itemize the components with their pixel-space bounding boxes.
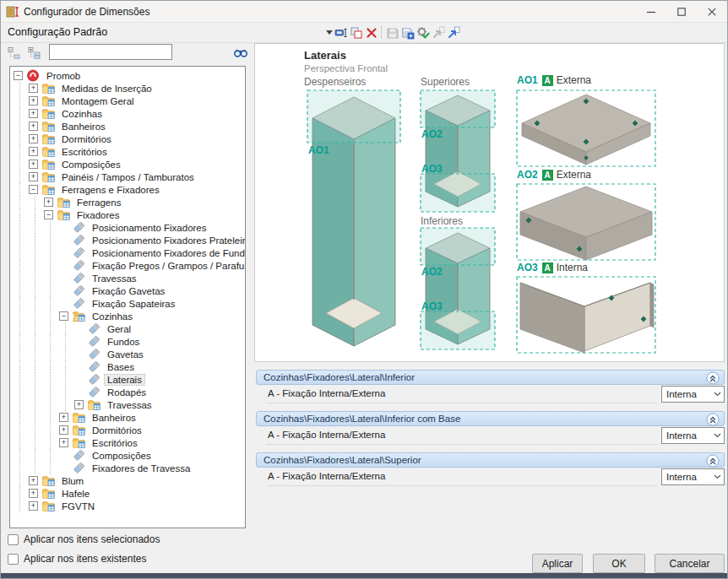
- search-binoculars-icon[interactable]: [233, 45, 248, 60]
- expand-icon[interactable]: +: [29, 489, 38, 498]
- tree-item-fixadores-de-travessa[interactable]: Fixadores de Travessa: [13, 462, 245, 474]
- collapse-icon[interactable]: −: [29, 185, 38, 194]
- expand-icon[interactable]: +: [29, 172, 38, 181]
- fixacao-select[interactable]: Interna: [661, 386, 725, 403]
- tree-item-cozinhas[interactable]: +Cozinhas: [13, 107, 245, 120]
- tree-item-blum[interactable]: +Blum: [13, 474, 245, 487]
- zone-label: AO3: [421, 163, 443, 175]
- tree-item-fixa-o-gavetas[interactable]: Fixação Gavetas: [13, 284, 245, 297]
- save-database-button[interactable]: [400, 25, 415, 40]
- expand-icon[interactable]: +: [29, 476, 38, 485]
- expand-icon[interactable]: +: [29, 147, 38, 156]
- param-group-lateral-superior: Cozinhas\Fixadores\Lateral\Superior A - …: [256, 452, 725, 488]
- expand-icon[interactable]: +: [74, 400, 84, 409]
- row-underline: [266, 444, 657, 445]
- group-header[interactable]: Cozinhas\Fixadores\Lateral\Inferior: [256, 370, 725, 385]
- tree-item-ferragens-e-fixadores[interactable]: −Ferragens e Fixadores: [13, 183, 245, 196]
- expand-icon[interactable]: +: [29, 109, 38, 118]
- tree-item-pain-is-tampos-tamburatos[interactable]: +Painéis / Tampos / Tamburatos: [13, 170, 245, 183]
- tree-item-bases[interactable]: Bases: [13, 360, 245, 373]
- expand-icon[interactable]: +: [59, 413, 68, 422]
- group-header[interactable]: Cozinhas\Fixadores\Lateral\Inferior com …: [256, 411, 725, 426]
- tree-item-ferragens[interactable]: +Ferragens: [13, 196, 245, 208]
- expand-all-button[interactable]: [26, 45, 41, 60]
- apply-selected-checkbox[interactable]: Aplicar nos itens selecionados: [8, 533, 160, 546]
- tree-item-label: FGVTN: [59, 501, 97, 511]
- tree-item-gavetas[interactable]: Gavetas: [13, 348, 245, 360]
- config-profile-combo[interactable]: Configuração Padrão: [8, 26, 107, 38]
- tree-indent-guide: [43, 348, 58, 360]
- tree-indent-guide: [13, 474, 28, 487]
- tree-search-input[interactable]: [49, 44, 172, 60]
- tree-item-escrit-rios[interactable]: +Escritórios: [13, 145, 245, 158]
- tree-item-rodap-s[interactable]: Rodapés: [13, 386, 245, 398]
- tree-item-travessas[interactable]: Travessas: [13, 272, 245, 284]
- tree-item-fixadores[interactable]: −Fixadores: [13, 208, 245, 221]
- tree-item-dormit-rios[interactable]: +Dormitórios: [13, 133, 245, 145]
- expand-icon[interactable]: +: [29, 96, 38, 106]
- group-header[interactable]: Cozinhas\Fixadores\Lateral\Superior: [256, 452, 725, 468]
- maximize-button[interactable]: [666, 1, 697, 22]
- expand-icon[interactable]: +: [59, 438, 68, 447]
- expand-icon[interactable]: +: [29, 122, 38, 131]
- cancel-button[interactable]: Cancelar: [655, 554, 725, 573]
- tree-item-posicionamento-fixadores-prateleiras[interactable]: Posicionamento Fixadores Prateleiras: [13, 234, 245, 246]
- close-button[interactable]: [697, 1, 727, 22]
- save-button[interactable]: [385, 25, 399, 40]
- apply-existing-checkbox[interactable]: Aplicar nos itens existentes: [8, 552, 146, 565]
- collapse-icon[interactable]: −: [44, 210, 53, 219]
- tree-item-fixa-o-sapateiras[interactable]: Fixação Sapateiras: [13, 297, 245, 310]
- tree-item-posicionamento-fixadores-de-fundo[interactable]: Posicionamento Fixadores de Fundo: [13, 246, 245, 259]
- expand-icon[interactable]: +: [44, 198, 53, 207]
- maximize-icon: [677, 8, 686, 16]
- expand-icon[interactable]: +: [29, 160, 38, 169]
- tree-item-geral[interactable]: Geral: [13, 322, 245, 335]
- collapse-group-icon[interactable]: [706, 413, 720, 426]
- collapse-group-icon[interactable]: [706, 454, 720, 468]
- checkbox-box[interactable]: [8, 534, 19, 545]
- tree-indent-guide: [13, 107, 28, 120]
- tree-item-composi-es[interactable]: +Composições: [13, 158, 245, 170]
- tree-item-promob[interactable]: −Promob: [13, 69, 245, 82]
- tree-item-dormit-rios[interactable]: +Dormitórios: [13, 424, 245, 436]
- collapse-all-button[interactable]: [6, 45, 21, 60]
- tree-item-fundos[interactable]: Fundos: [13, 335, 245, 348]
- expand-icon[interactable]: +: [29, 501, 38, 511]
- combo-dropdown-caret[interactable]: [326, 30, 333, 35]
- rename-config-button[interactable]: [334, 25, 348, 40]
- import-config-button[interactable]: [431, 25, 445, 40]
- collapse-icon[interactable]: −: [59, 311, 68, 321]
- collapse-group-icon[interactable]: [706, 371, 720, 385]
- detail-label-ao1: AO1 A Externa: [517, 74, 591, 86]
- tree-item-medidas-de-inser-o[interactable]: +Medidas de Inserção: [13, 82, 245, 95]
- tree-item-banheiros[interactable]: +Banheiros: [13, 411, 245, 424]
- collapse-icon[interactable]: −: [14, 71, 23, 80]
- delete-config-button[interactable]: [364, 25, 378, 40]
- fixacao-select[interactable]: Interna: [661, 468, 725, 485]
- fixacao-select[interactable]: Interna: [661, 427, 725, 444]
- duplicate-config-button[interactable]: [349, 25, 363, 40]
- ok-button[interactable]: OK: [593, 554, 645, 573]
- tree-item-laterais[interactable]: Laterais: [13, 373, 245, 386]
- apply-config-button[interactable]: [416, 25, 430, 40]
- tree-item-escrit-rios[interactable]: +Escritórios: [13, 436, 245, 449]
- tree-item-composi-es[interactable]: Composições: [13, 449, 245, 462]
- tree-item-montagem-geral[interactable]: +Montagem Geral: [13, 95, 245, 107]
- expand-icon[interactable]: +: [29, 134, 38, 143]
- tree-item-fgvtn[interactable]: +FGVTN: [13, 500, 245, 512]
- config-toolbar: Configuração Padrão: [1, 23, 727, 43]
- zone-label: AO3: [421, 300, 443, 312]
- tree-item-banheiros[interactable]: +Banheiros: [13, 120, 245, 133]
- tree-item-fixa-o-pregos-grampos-parafusos[interactable]: Fixação Pregos / Grampos / Parafusos: [13, 259, 245, 272]
- tree-item-posicionamento-fixadores[interactable]: Posicionamento Fixadores: [13, 221, 245, 234]
- tree-item-cozinhas[interactable]: −Cozinhas: [13, 310, 245, 322]
- tree-leaf-stub: [74, 337, 84, 346]
- checkbox-box[interactable]: [8, 554, 19, 565]
- expand-icon[interactable]: +: [29, 84, 38, 93]
- minimize-button[interactable]: [636, 1, 666, 22]
- apply-button[interactable]: Aplicar: [532, 554, 583, 573]
- tree-item-hafele[interactable]: +Hafele: [13, 487, 245, 500]
- tree-item-travessas[interactable]: +Travessas: [13, 398, 245, 411]
- expand-icon[interactable]: +: [59, 425, 68, 435]
- export-config-button[interactable]: [446, 25, 460, 40]
